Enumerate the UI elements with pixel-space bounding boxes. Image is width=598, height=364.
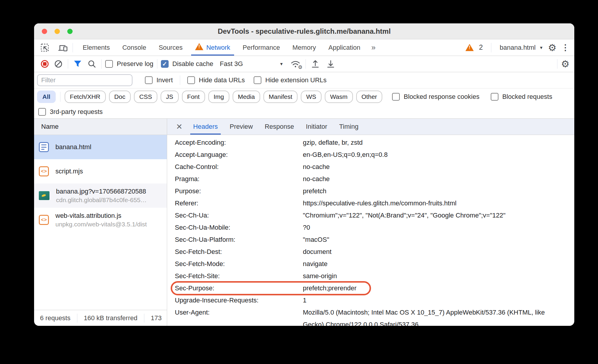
request-row-web-vitals.attribution.js[interactable]: <> web-vitals.attribution.js unpkg.com/w… bbox=[34, 208, 167, 232]
header-value: ?0 bbox=[303, 221, 310, 233]
header-value: gzip, deflate, br, zstd bbox=[303, 136, 363, 149]
header-name: User-Agent: bbox=[175, 306, 303, 318]
checkbox-checked[interactable]: ✓ bbox=[161, 60, 169, 68]
header-row-sec-fetch-mode: Sec-Fetch-Mode: navigate bbox=[175, 258, 574, 270]
header-value: no-cache bbox=[303, 161, 330, 173]
preserve-log-label: Preserve log bbox=[117, 60, 154, 68]
filter-pill-all[interactable]: All bbox=[37, 91, 56, 103]
checkbox-unchecked[interactable]: ✓ bbox=[145, 76, 153, 84]
detail-tab-preview[interactable]: Preview bbox=[224, 119, 259, 135]
tab-network[interactable]: Network bbox=[189, 39, 236, 56]
filter-pill-manifest[interactable]: Manifest bbox=[263, 91, 298, 103]
more-options-icon[interactable]: ⋮ bbox=[561, 43, 570, 52]
pills-container: AllFetch/XHRDocCSSJSFontImgMediaManifest… bbox=[37, 91, 386, 103]
third-party-checkbox[interactable]: ✓ 3rd-party requests bbox=[38, 108, 103, 116]
checkbox-unchecked[interactable]: ✓ bbox=[38, 108, 46, 116]
close-window-button[interactable] bbox=[42, 29, 47, 34]
filter-pill-js[interactable]: JS bbox=[161, 91, 179, 103]
preserve-log-checkbox[interactable]: ✓ Preserve log bbox=[105, 60, 154, 68]
tab-sources[interactable]: Sources bbox=[152, 39, 189, 56]
header-value: prefetch;prerender bbox=[303, 282, 356, 294]
blocked-requests-checkbox[interactable]: ✓ Blocked requests bbox=[491, 93, 552, 101]
checkbox-unchecked[interactable]: ✓ bbox=[254, 76, 261, 84]
window-title: DevTools - speculative-rules.glitch.me/b… bbox=[218, 27, 391, 36]
name-column-header[interactable]: Name bbox=[34, 119, 167, 135]
header-row-sec-purpose: Sec-Purpose: prefetch;prerender bbox=[175, 282, 574, 294]
throttling-dropdown[interactable]: Fast 3G ▼ bbox=[220, 60, 284, 68]
record-network-log-button[interactable] bbox=[39, 58, 51, 70]
issues-warning-icon[interactable] bbox=[466, 44, 474, 51]
filter-pill-font[interactable]: Font bbox=[182, 91, 205, 103]
request-row-script.mjs[interactable]: <> script.mjs bbox=[34, 159, 167, 183]
header-value: prefetch bbox=[303, 185, 327, 197]
filter-pill-other[interactable]: Other bbox=[356, 91, 383, 103]
import-har-icon[interactable] bbox=[325, 58, 337, 70]
network-toolbar: ✓ Preserve log ✓ Disable cache Fast 3G ▼… bbox=[34, 56, 574, 72]
settings-gear-icon[interactable]: ⚙ bbox=[548, 43, 557, 52]
filter-pill-wasm[interactable]: Wasm bbox=[325, 91, 353, 103]
device-toolbar-icon[interactable] bbox=[57, 42, 69, 54]
hide-data-urls-checkbox[interactable]: ✓ Hide data URLs bbox=[187, 76, 245, 84]
tab-label: Application bbox=[328, 44, 360, 51]
invert-checkbox[interactable]: ✓ Invert bbox=[145, 76, 173, 84]
search-icon[interactable] bbox=[86, 58, 98, 70]
tab-memory[interactable]: Memory bbox=[286, 39, 322, 56]
checkbox-unchecked[interactable]: ✓ bbox=[392, 93, 400, 101]
checkbox-unchecked[interactable]: ✓ bbox=[491, 93, 498, 101]
filter-input[interactable] bbox=[37, 74, 132, 86]
request-name: web-vitals.attribution.js bbox=[55, 212, 147, 220]
request-name: script.mjs bbox=[55, 167, 83, 175]
detail-tab-headers[interactable]: Headers bbox=[187, 119, 224, 135]
detail-tabs: HeadersPreviewResponseInitiatorTiming bbox=[187, 119, 364, 135]
request-row-banana.jpg[interactable]: banana.jpg?v=1705668720588 cdn.glitch.gl… bbox=[34, 183, 167, 208]
panel-tabs: Elements Console Sources Network Perform… bbox=[76, 39, 367, 56]
tabbar-right-cluster: 2 banana.html ▼ ⚙ ⋮ bbox=[466, 39, 574, 56]
blocked-cookies-label: Blocked response cookies bbox=[404, 93, 479, 101]
filter-pill-ws[interactable]: WS bbox=[301, 91, 322, 103]
tab-performance[interactable]: Performance bbox=[236, 39, 286, 56]
filter-pill-img[interactable]: Img bbox=[208, 91, 229, 103]
request-row-banana.html[interactable]: banana.html bbox=[34, 135, 167, 159]
filter-pill-doc[interactable]: Doc bbox=[109, 91, 131, 103]
context-selector[interactable]: banana.html ▼ bbox=[500, 44, 543, 51]
tab-elements[interactable]: Elements bbox=[76, 39, 116, 56]
more-tabs-icon[interactable]: » bbox=[367, 39, 379, 56]
blocked-cookies-checkbox[interactable]: ✓ Blocked response cookies bbox=[392, 93, 479, 101]
detail-tab-timing[interactable]: Timing bbox=[333, 119, 364, 135]
hide-extension-urls-checkbox[interactable]: ✓ Hide extension URLs bbox=[254, 76, 327, 84]
inspect-element-icon[interactable] bbox=[39, 42, 51, 54]
zoom-window-button[interactable] bbox=[67, 29, 73, 34]
filter-pill-media[interactable]: Media bbox=[233, 91, 260, 103]
network-settings-gear-icon[interactable]: ⚙ bbox=[561, 59, 570, 69]
header-row-pragma: Pragma: no-cache bbox=[175, 173, 574, 185]
warning-icon bbox=[195, 43, 203, 52]
filter-icon[interactable] bbox=[72, 58, 84, 70]
devtools-tabbar: Elements Console Sources Network Perform… bbox=[34, 39, 574, 56]
issues-count[interactable]: 2 bbox=[479, 44, 483, 51]
request-text: banana.html bbox=[55, 143, 91, 151]
request-domain: unpkg.com/web-vitals@3.5.1/dist bbox=[55, 221, 147, 228]
request-list-panel: Name banana.html <> script.mjs banana.jp… bbox=[34, 119, 167, 326]
disable-cache-checkbox[interactable]: ✓ Disable cache bbox=[161, 60, 213, 68]
screen-background: DevTools - speculative-rules.glitch.me/b… bbox=[0, 0, 598, 364]
close-icon[interactable]: ✕ bbox=[171, 119, 187, 135]
hide-extension-urls-label: Hide extension URLs bbox=[265, 76, 327, 84]
window-titlebar[interactable]: DevTools - speculative-rules.glitch.me/b… bbox=[34, 23, 574, 39]
tab-console[interactable]: Console bbox=[116, 39, 153, 56]
header-value: "Chromium";v="122", "Not(A:Brand";v="24"… bbox=[303, 209, 506, 221]
separator bbox=[306, 59, 306, 69]
minimize-window-button[interactable] bbox=[55, 29, 60, 34]
filter-pill-fetch-xhr[interactable]: Fetch/XHR bbox=[65, 91, 106, 103]
detail-tab-initiator[interactable]: Initiator bbox=[300, 119, 333, 135]
header-value: document bbox=[303, 246, 332, 258]
detail-tab-response[interactable]: Response bbox=[259, 119, 300, 135]
network-main-area: Name banana.html <> script.mjs banana.jp… bbox=[34, 119, 574, 326]
checkbox-unchecked[interactable]: ✓ bbox=[105, 60, 113, 68]
checkbox-unchecked[interactable]: ✓ bbox=[187, 76, 195, 84]
export-har-icon[interactable] bbox=[309, 58, 321, 70]
filter-pill-css[interactable]: CSS bbox=[134, 91, 157, 103]
clear-network-log-button[interactable] bbox=[52, 58, 64, 70]
network-conditions-icon[interactable]: ⚙ bbox=[289, 58, 302, 70]
tab-application[interactable]: Application bbox=[322, 39, 367, 56]
request-text: web-vitals.attribution.js unpkg.com/web-… bbox=[55, 212, 147, 228]
